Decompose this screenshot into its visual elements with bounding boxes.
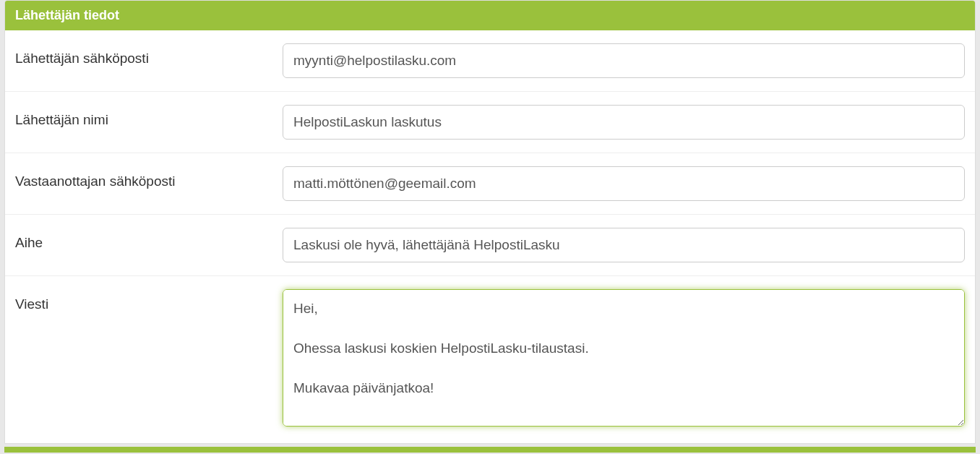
label-sender-name: Lähettäjän nimi: [15, 105, 283, 128]
row-sender-name: Lähettäjän nimi: [5, 92, 975, 153]
label-subject: Aihe: [15, 228, 283, 251]
row-subject: Aihe: [5, 215, 975, 276]
label-sender-email: Lähettäjän sähköposti: [15, 43, 283, 67]
sender-email-field[interactable]: [283, 43, 965, 78]
sender-name-field[interactable]: [283, 105, 965, 140]
sender-info-panel: Lähettäjän tiedot Lähettäjän sähköposti …: [4, 0, 976, 444]
label-recipient-email: Vastaanottajan sähköposti: [15, 166, 283, 189]
row-message: Viesti: [5, 276, 975, 443]
panel-title: Lähettäjän tiedot: [5, 1, 975, 30]
message-field[interactable]: [283, 289, 965, 427]
bottom-accent-bar: [4, 447, 976, 453]
row-recipient-email: Vastaanottajan sähköposti: [5, 153, 975, 215]
row-sender-email: Lähettäjän sähköposti: [5, 30, 975, 92]
label-message: Viesti: [15, 289, 283, 312]
subject-field[interactable]: [283, 228, 965, 262]
recipient-email-field[interactable]: [283, 166, 965, 201]
